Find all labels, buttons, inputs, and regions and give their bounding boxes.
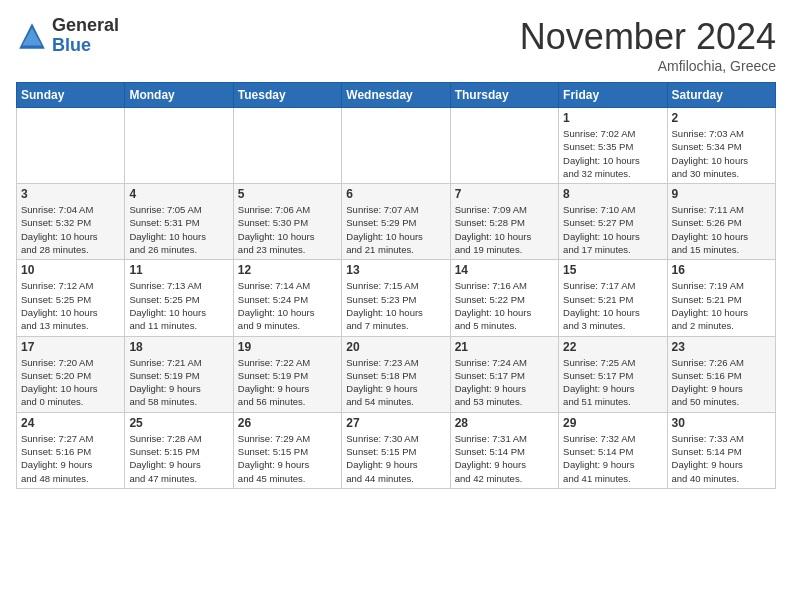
day-info: Sunrise: 7:23 AM Sunset: 5:18 PM Dayligh…: [346, 356, 445, 409]
calendar-cell: 5Sunrise: 7:06 AM Sunset: 5:30 PM Daylig…: [233, 184, 341, 260]
day-info: Sunrise: 7:17 AM Sunset: 5:21 PM Dayligh…: [563, 279, 662, 332]
calendar-cell: [450, 108, 558, 184]
calendar-cell: 9Sunrise: 7:11 AM Sunset: 5:26 PM Daylig…: [667, 184, 775, 260]
day-number: 21: [455, 340, 554, 354]
day-number: 2: [672, 111, 771, 125]
day-number: 24: [21, 416, 120, 430]
calendar-cell: 28Sunrise: 7:31 AM Sunset: 5:14 PM Dayli…: [450, 412, 558, 488]
day-number: 13: [346, 263, 445, 277]
calendar-cell: 6Sunrise: 7:07 AM Sunset: 5:29 PM Daylig…: [342, 184, 450, 260]
day-number: 1: [563, 111, 662, 125]
day-info: Sunrise: 7:28 AM Sunset: 5:15 PM Dayligh…: [129, 432, 228, 485]
calendar-cell: 13Sunrise: 7:15 AM Sunset: 5:23 PM Dayli…: [342, 260, 450, 336]
day-info: Sunrise: 7:03 AM Sunset: 5:34 PM Dayligh…: [672, 127, 771, 180]
day-number: 3: [21, 187, 120, 201]
day-info: Sunrise: 7:09 AM Sunset: 5:28 PM Dayligh…: [455, 203, 554, 256]
day-number: 17: [21, 340, 120, 354]
calendar-cell: 12Sunrise: 7:14 AM Sunset: 5:24 PM Dayli…: [233, 260, 341, 336]
day-info: Sunrise: 7:06 AM Sunset: 5:30 PM Dayligh…: [238, 203, 337, 256]
calendar-cell: 16Sunrise: 7:19 AM Sunset: 5:21 PM Dayli…: [667, 260, 775, 336]
day-number: 10: [21, 263, 120, 277]
calendar-cell: 27Sunrise: 7:30 AM Sunset: 5:15 PM Dayli…: [342, 412, 450, 488]
day-number: 23: [672, 340, 771, 354]
day-info: Sunrise: 7:30 AM Sunset: 5:15 PM Dayligh…: [346, 432, 445, 485]
calendar-week-row: 3Sunrise: 7:04 AM Sunset: 5:32 PM Daylig…: [17, 184, 776, 260]
day-header-sunday: Sunday: [17, 83, 125, 108]
calendar-cell: 26Sunrise: 7:29 AM Sunset: 5:15 PM Dayli…: [233, 412, 341, 488]
day-info: Sunrise: 7:05 AM Sunset: 5:31 PM Dayligh…: [129, 203, 228, 256]
calendar-cell: 29Sunrise: 7:32 AM Sunset: 5:14 PM Dayli…: [559, 412, 667, 488]
day-info: Sunrise: 7:04 AM Sunset: 5:32 PM Dayligh…: [21, 203, 120, 256]
day-number: 14: [455, 263, 554, 277]
calendar-cell: 14Sunrise: 7:16 AM Sunset: 5:22 PM Dayli…: [450, 260, 558, 336]
day-info: Sunrise: 7:13 AM Sunset: 5:25 PM Dayligh…: [129, 279, 228, 332]
day-info: Sunrise: 7:26 AM Sunset: 5:16 PM Dayligh…: [672, 356, 771, 409]
day-header-thursday: Thursday: [450, 83, 558, 108]
calendar-cell: [233, 108, 341, 184]
calendar-cell: 24Sunrise: 7:27 AM Sunset: 5:16 PM Dayli…: [17, 412, 125, 488]
logo-blue-text: Blue: [52, 36, 119, 56]
calendar-cell: 7Sunrise: 7:09 AM Sunset: 5:28 PM Daylig…: [450, 184, 558, 260]
calendar-cell: 30Sunrise: 7:33 AM Sunset: 5:14 PM Dayli…: [667, 412, 775, 488]
calendar-week-row: 1Sunrise: 7:02 AM Sunset: 5:35 PM Daylig…: [17, 108, 776, 184]
day-info: Sunrise: 7:21 AM Sunset: 5:19 PM Dayligh…: [129, 356, 228, 409]
day-number: 9: [672, 187, 771, 201]
day-number: 15: [563, 263, 662, 277]
day-number: 7: [455, 187, 554, 201]
day-info: Sunrise: 7:14 AM Sunset: 5:24 PM Dayligh…: [238, 279, 337, 332]
day-number: 28: [455, 416, 554, 430]
day-number: 19: [238, 340, 337, 354]
day-number: 29: [563, 416, 662, 430]
logo: General Blue: [16, 16, 119, 56]
day-info: Sunrise: 7:29 AM Sunset: 5:15 PM Dayligh…: [238, 432, 337, 485]
calendar-cell: 17Sunrise: 7:20 AM Sunset: 5:20 PM Dayli…: [17, 336, 125, 412]
calendar-cell: 15Sunrise: 7:17 AM Sunset: 5:21 PM Dayli…: [559, 260, 667, 336]
logo-general-text: General: [52, 16, 119, 36]
day-info: Sunrise: 7:16 AM Sunset: 5:22 PM Dayligh…: [455, 279, 554, 332]
day-info: Sunrise: 7:19 AM Sunset: 5:21 PM Dayligh…: [672, 279, 771, 332]
logo-icon: [16, 20, 48, 52]
calendar-cell: 25Sunrise: 7:28 AM Sunset: 5:15 PM Dayli…: [125, 412, 233, 488]
day-info: Sunrise: 7:10 AM Sunset: 5:27 PM Dayligh…: [563, 203, 662, 256]
day-info: Sunrise: 7:27 AM Sunset: 5:16 PM Dayligh…: [21, 432, 120, 485]
page-header: General Blue November 2024 Amfilochia, G…: [16, 16, 776, 74]
day-header-monday: Monday: [125, 83, 233, 108]
calendar-cell: 18Sunrise: 7:21 AM Sunset: 5:19 PM Dayli…: [125, 336, 233, 412]
day-info: Sunrise: 7:31 AM Sunset: 5:14 PM Dayligh…: [455, 432, 554, 485]
calendar-week-row: 10Sunrise: 7:12 AM Sunset: 5:25 PM Dayli…: [17, 260, 776, 336]
calendar-week-row: 17Sunrise: 7:20 AM Sunset: 5:20 PM Dayli…: [17, 336, 776, 412]
day-number: 5: [238, 187, 337, 201]
day-info: Sunrise: 7:33 AM Sunset: 5:14 PM Dayligh…: [672, 432, 771, 485]
calendar-cell: [17, 108, 125, 184]
day-number: 4: [129, 187, 228, 201]
calendar-cell: 19Sunrise: 7:22 AM Sunset: 5:19 PM Dayli…: [233, 336, 341, 412]
day-info: Sunrise: 7:22 AM Sunset: 5:19 PM Dayligh…: [238, 356, 337, 409]
calendar-cell: 22Sunrise: 7:25 AM Sunset: 5:17 PM Dayli…: [559, 336, 667, 412]
day-number: 20: [346, 340, 445, 354]
day-info: Sunrise: 7:25 AM Sunset: 5:17 PM Dayligh…: [563, 356, 662, 409]
calendar-cell: 10Sunrise: 7:12 AM Sunset: 5:25 PM Dayli…: [17, 260, 125, 336]
day-number: 26: [238, 416, 337, 430]
logo-text: General Blue: [52, 16, 119, 56]
calendar-cell: 23Sunrise: 7:26 AM Sunset: 5:16 PM Dayli…: [667, 336, 775, 412]
day-header-saturday: Saturday: [667, 83, 775, 108]
calendar-cell: 2Sunrise: 7:03 AM Sunset: 5:34 PM Daylig…: [667, 108, 775, 184]
calendar-cell: 1Sunrise: 7:02 AM Sunset: 5:35 PM Daylig…: [559, 108, 667, 184]
day-info: Sunrise: 7:12 AM Sunset: 5:25 PM Dayligh…: [21, 279, 120, 332]
calendar-cell: [342, 108, 450, 184]
day-info: Sunrise: 7:15 AM Sunset: 5:23 PM Dayligh…: [346, 279, 445, 332]
day-number: 22: [563, 340, 662, 354]
calendar-table: SundayMondayTuesdayWednesdayThursdayFrid…: [16, 82, 776, 489]
day-info: Sunrise: 7:32 AM Sunset: 5:14 PM Dayligh…: [563, 432, 662, 485]
calendar-cell: 21Sunrise: 7:24 AM Sunset: 5:17 PM Dayli…: [450, 336, 558, 412]
calendar-cell: [125, 108, 233, 184]
location-subtitle: Amfilochia, Greece: [520, 58, 776, 74]
day-number: 30: [672, 416, 771, 430]
day-info: Sunrise: 7:11 AM Sunset: 5:26 PM Dayligh…: [672, 203, 771, 256]
calendar-cell: 8Sunrise: 7:10 AM Sunset: 5:27 PM Daylig…: [559, 184, 667, 260]
day-number: 8: [563, 187, 662, 201]
month-title: November 2024: [520, 16, 776, 58]
day-info: Sunrise: 7:24 AM Sunset: 5:17 PM Dayligh…: [455, 356, 554, 409]
day-header-tuesday: Tuesday: [233, 83, 341, 108]
calendar-cell: 11Sunrise: 7:13 AM Sunset: 5:25 PM Dayli…: [125, 260, 233, 336]
